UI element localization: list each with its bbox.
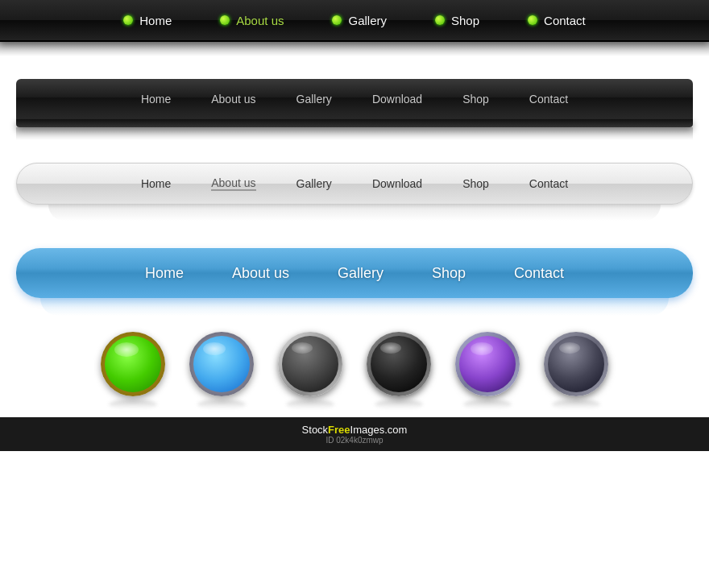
green-dot-icon <box>123 15 133 25</box>
watermark-bar: StockFreeImages.com ID 02k4k0zmwp <box>0 417 709 451</box>
blue-button-reflection <box>197 400 246 409</box>
nav3-reflection <box>48 205 661 221</box>
nav1-item-about[interactable]: About us <box>220 14 284 27</box>
darkgray-button-reflection <box>286 400 334 409</box>
navbar-4-wrapper: Home About us Gallery Shop Contact <box>16 248 693 316</box>
green-button-reflection <box>109 400 157 409</box>
nav2-shadow <box>16 127 693 140</box>
nav4-reflection <box>40 298 669 316</box>
nav2-item-contact[interactable]: Contact <box>529 93 568 106</box>
nav2-item-home[interactable]: Home <box>141 93 171 106</box>
purple-button-reflection <box>463 400 512 409</box>
nav1-item-home[interactable]: Home <box>123 14 172 27</box>
nav3-item-shop[interactable]: Shop <box>462 177 489 190</box>
slate-button-reflection <box>552 400 600 409</box>
nav4-item-contact[interactable]: Contact <box>514 265 564 282</box>
green-dot-icon <box>528 15 537 25</box>
purple-button[interactable] <box>455 332 520 409</box>
green-button[interactable] <box>101 332 165 409</box>
nav3-item-gallery[interactable]: Gallery <box>296 177 332 190</box>
green-dot-icon <box>332 15 342 25</box>
slate-button[interactable] <box>544 332 608 409</box>
nav2-item-gallery[interactable]: Gallery <box>296 93 332 106</box>
nav1-item-contact[interactable]: Contact <box>528 14 586 27</box>
nav2-item-download[interactable]: Download <box>372 93 422 106</box>
navbar-3-wrapper: Home About us Gallery Download Shop Cont… <box>16 163 693 221</box>
purple-button-shine <box>471 342 493 355</box>
nav3-item-home[interactable]: Home <box>141 177 171 190</box>
navbar-2: Home About us Gallery Download Shop Cont… <box>16 79 693 119</box>
nav1-shadow <box>0 42 709 56</box>
darkgray-button[interactable] <box>278 332 342 409</box>
green-button-shine <box>114 342 139 357</box>
green-dot-icon <box>220 15 230 25</box>
nav4-item-about[interactable]: About us <box>232 265 289 282</box>
nav1-item-shop[interactable]: Shop <box>435 14 479 27</box>
navbar-4: Home About us Gallery Shop Contact <box>16 248 693 298</box>
slate-button-shine <box>559 342 580 354</box>
nav4-item-gallery[interactable]: Gallery <box>338 265 384 282</box>
navbar-1: Home About us Gallery Shop Contact <box>0 0 709 42</box>
black-button-reflection <box>375 400 423 409</box>
black-button[interactable] <box>367 332 431 409</box>
nav4-item-home[interactable]: Home <box>145 265 184 282</box>
nav1-item-gallery[interactable]: Gallery <box>332 14 387 27</box>
watermark-free: Free <box>328 424 350 436</box>
navbar-3: Home About us Gallery Download Shop Cont… <box>16 163 693 205</box>
navbar-2-wrapper: Home About us Gallery Download Shop Cont… <box>16 79 693 127</box>
blue-button[interactable] <box>189 332 254 409</box>
watermark-id: ID 02k4k0zmwp <box>6 436 703 445</box>
darkgray-button-shine <box>292 342 313 354</box>
black-button-shine <box>380 342 401 354</box>
nav2-item-shop[interactable]: Shop <box>462 93 489 106</box>
nav2-bottom-bar <box>16 119 693 127</box>
watermark-text: StockFreeImages.com <box>302 424 408 436</box>
nav2-item-about[interactable]: About us <box>211 93 255 106</box>
nav3-item-contact[interactable]: Contact <box>529 177 568 190</box>
nav3-item-download[interactable]: Download <box>372 177 422 190</box>
nav4-item-shop[interactable]: Shop <box>432 265 466 282</box>
nav3-item-about[interactable]: About us <box>211 176 255 191</box>
green-dot-icon <box>435 15 445 25</box>
blue-button-shine <box>203 342 226 355</box>
buttons-section <box>0 316 709 417</box>
